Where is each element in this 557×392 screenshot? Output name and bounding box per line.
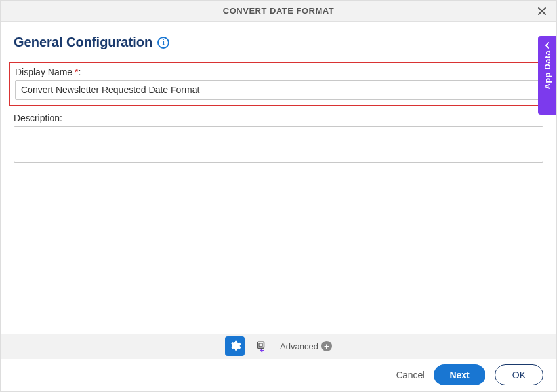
close-icon	[537, 6, 547, 16]
app-data-label: App Data	[543, 50, 552, 89]
dialog-title: CONVERT DATE FORMAT	[223, 6, 334, 16]
display-name-colon: :	[78, 67, 81, 77]
dialog-footer: Cancel Next OK	[1, 359, 556, 391]
mapping-button[interactable]	[253, 336, 272, 356]
advanced-button[interactable]: Advanced +	[280, 341, 332, 351]
general-settings-button[interactable]	[225, 336, 245, 356]
display-name-highlight: Display Name *:	[9, 62, 548, 106]
dialog-header: CONVERT DATE FORMAT	[1, 1, 556, 22]
display-name-label: Display Name *:	[15, 67, 542, 77]
display-name-input[interactable]	[15, 80, 542, 100]
close-button[interactable]	[537, 6, 547, 16]
section-heading-row: General Configuration i	[14, 35, 543, 50]
chevron-left-icon	[543, 41, 551, 49]
next-button[interactable]: Next	[434, 364, 485, 385]
display-name-field-group: Display Name *:	[15, 67, 542, 100]
cancel-button[interactable]: Cancel	[396, 370, 425, 380]
svg-rect-0	[258, 342, 264, 348]
info-icon[interactable]: i	[157, 37, 169, 49]
description-field-group: Description:	[14, 113, 543, 165]
description-label: Description:	[14, 113, 543, 123]
bottom-toolbar: Advanced +	[1, 334, 556, 359]
svg-rect-1	[259, 343, 262, 347]
ok-button[interactable]: OK	[495, 364, 543, 385]
section-heading: General Configuration	[14, 35, 152, 50]
advanced-label: Advanced	[280, 342, 318, 351]
gear-icon	[228, 340, 241, 353]
content-area: General Configuration i Display Name *: …	[1, 22, 556, 165]
plus-icon: +	[321, 341, 332, 351]
app-data-tab[interactable]: App Data	[538, 36, 556, 115]
display-name-label-text: Display Name	[15, 67, 72, 77]
mapping-icon	[256, 340, 269, 353]
description-input[interactable]	[14, 126, 543, 163]
